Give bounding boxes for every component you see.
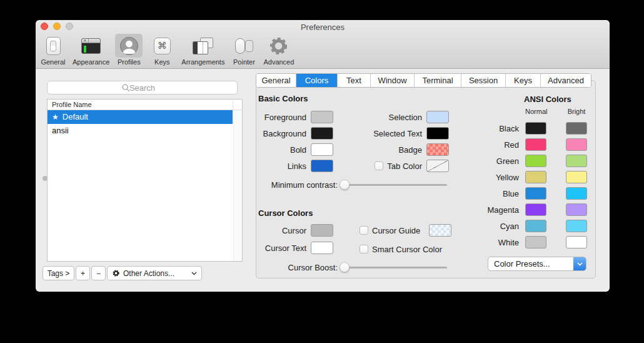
selection-color-well[interactable] [426,111,449,123]
toolbar-item-pointer[interactable]: Pointer [230,34,258,66]
search-field [47,81,238,95]
arrangements-icon [193,38,213,54]
yellow-bright-well[interactable] [566,171,587,183]
bold-row: Bold [253,143,333,156]
profile-row-default[interactable]: ★Default [48,110,233,124]
add-profile-button[interactable]: + [76,266,90,280]
links-row: Links [253,160,333,172]
cursor-text-row: Cursor Text [253,242,333,254]
magenta-normal-well[interactable] [525,203,546,216]
yellow-normal-well[interactable] [525,171,546,183]
tab-window[interactable]: Window [371,74,415,87]
slider-knob[interactable] [340,180,350,190]
badge-color-well[interactable] [426,143,449,156]
ansi-color-table: Black Red Green Yellow Blue Magenta [473,122,587,252]
color-presets-dropdown[interactable]: Color Presets... [488,257,586,271]
cursor-boost-slider[interactable] [341,262,447,272]
profiles-icon [119,36,139,56]
minimum-contrast-slider[interactable] [341,180,447,190]
toolbar-item-appearance[interactable]: ✕ Appearance [73,34,109,66]
ansi-row-green: Green [473,155,587,167]
foreground-row: Foreground [253,111,333,123]
ansi-row-blue: Blue [473,187,587,200]
green-bright-well[interactable] [566,155,587,167]
cursor-colors-heading: Cursor Colors [258,208,313,218]
cursor-row: Cursor [253,224,333,237]
slider-knob[interactable] [340,262,350,272]
settings-tabbar: General Colors Text Window Terminal Sess… [256,73,591,88]
background-row: Background [253,127,333,140]
black-normal-well[interactable] [525,122,546,135]
tab-color-checkbox[interactable] [375,161,383,170]
blue-bright-well[interactable] [566,187,587,200]
chevron-down-icon [577,262,583,266]
white-bright-well[interactable] [566,236,587,248]
bold-color-well[interactable] [311,143,333,156]
magenta-bright-well[interactable] [566,203,587,216]
profile-list-scrollbar[interactable] [233,110,242,261]
toolbar-item-general[interactable]: General [39,34,67,66]
blue-normal-well[interactable] [525,187,546,200]
appearance-icon: ✕ [81,38,101,54]
cursor-guide-color-well[interactable] [429,224,451,237]
window-edge-dot [43,176,48,181]
black-bright-well[interactable] [566,122,587,135]
tab-advanced[interactable]: Advanced [541,74,591,87]
cursor-guide-row: Cursor Guide [360,224,451,237]
green-normal-well[interactable] [525,155,546,167]
default-star-icon: ★ [52,113,59,121]
tab-general[interactable]: General [256,74,296,87]
tab-text[interactable]: Text [338,74,371,87]
selection-row: Selection [348,111,449,123]
links-color-well[interactable] [311,160,333,172]
smart-cursor-checkbox[interactable] [360,245,368,253]
gear-icon [112,269,120,277]
badge-row: Badge [348,143,449,156]
tab-color-row: Tab Color [348,160,449,172]
selected-text-row: Selected Text [348,127,449,140]
smart-cursor-row: Smart Cursor Color [360,243,442,255]
remove-profile-button[interactable]: − [91,266,106,280]
white-normal-well[interactable] [525,236,546,248]
minimum-contrast-row: Minimum contrast: [253,178,447,191]
preferences-window: Preferences General ✕ Appearance [36,20,610,292]
pointer-icon [235,38,253,54]
cyan-normal-well[interactable] [525,220,546,232]
close-button[interactable] [41,23,48,30]
cursor-boost-row: Cursor Boost: [253,261,447,274]
toolbar-item-profiles[interactable]: Profiles [115,34,143,66]
ansi-row-magenta: Magenta [473,203,587,216]
search-input[interactable] [48,81,237,94]
bright-column-header: Bright [566,108,587,115]
toolbar-item-advanced[interactable]: Advanced [263,34,294,66]
tags-button[interactable]: Tags > [43,266,74,280]
tab-keys[interactable]: Keys [506,74,541,87]
selected-text-color-well[interactable] [426,127,449,140]
ansi-row-black: Black [473,122,587,135]
gear-icon [268,36,289,56]
ansi-row-cyan: Cyan [473,220,587,232]
red-bright-well[interactable] [566,138,587,151]
titlebar[interactable]: Preferences [36,20,610,34]
cursor-text-color-well[interactable] [311,242,333,254]
red-normal-well[interactable] [525,138,546,151]
tab-colors[interactable]: Colors [296,74,338,87]
cursor-color-well[interactable] [311,224,333,237]
background-color-well[interactable] [311,127,333,140]
tab-color-well[interactable] [426,160,449,172]
zoom-button [66,23,73,30]
ansi-colors-heading: ANSI Colors [524,95,571,104]
other-actions-dropdown[interactable]: Other Actions... [107,266,202,280]
toolbar-item-keys[interactable]: ⌘ Keys [148,34,176,66]
tab-session[interactable]: Session [461,74,506,87]
profile-row-ansii[interactable]: ansii [48,124,233,138]
foreground-color-well[interactable] [311,111,333,123]
cyan-bright-well[interactable] [566,220,587,232]
cursor-guide-checkbox[interactable] [360,226,368,235]
toolbar-item-arrangements[interactable]: Arrangements [181,34,224,66]
tab-terminal[interactable]: Terminal [415,74,461,87]
general-icon [46,37,61,55]
ansi-row-yellow: Yellow [473,171,587,183]
ansi-row-red: Red [473,138,587,151]
minimize-button[interactable] [53,23,61,30]
